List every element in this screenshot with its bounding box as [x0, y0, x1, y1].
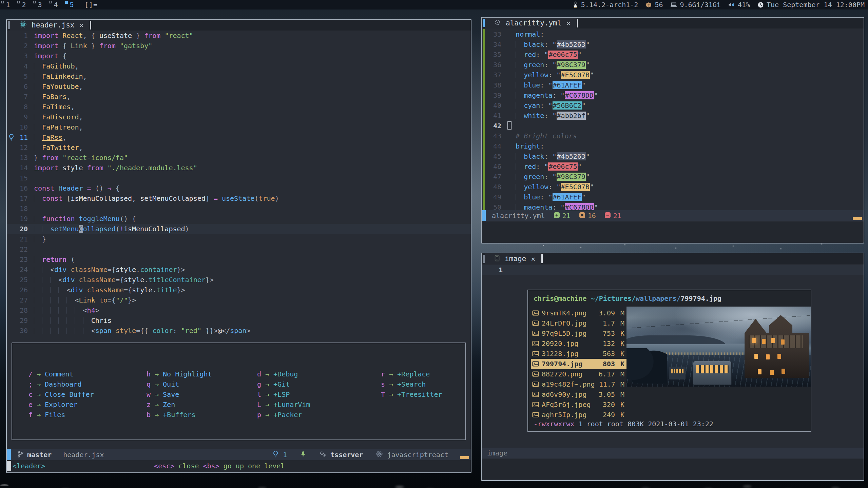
file-row-97q9L5D.jpg[interactable]: 97q9L5D.jpg753K: [531, 328, 626, 338]
label: +Debug: [273, 369, 298, 379]
status-volume: 41%: [728, 1, 750, 9]
code-line-45[interactable]: 45 black: "#4b5263": [482, 151, 864, 161]
tab-header-jsx[interactable]: header.jsx ×: [10, 20, 89, 31]
code-line-33[interactable]: 33 normal:: [482, 29, 864, 39]
file-name: AFq5r6j.jpeg: [542, 401, 594, 409]
workspace-5[interactable]: 5: [64, 0, 80, 9]
treesitter-icon: [300, 450, 306, 459]
file-row-799794.jpg[interactable]: 799794.jpg803K: [531, 359, 626, 369]
workspace-3[interactable]: 3: [32, 0, 48, 9]
code-editor-area[interactable]: 1: [482, 265, 864, 275]
code-line-2[interactable]: 2import { Link } from "gatsby": [7, 41, 471, 51]
code-line-27[interactable]: 27 <Link to={"/"}>: [7, 295, 471, 305]
file-row-24LrDFQ.jpg[interactable]: 24LrDFQ.jpg1.7M: [531, 318, 626, 328]
code-line-8[interactable]: 8 FaTimes,: [7, 102, 471, 112]
code-line-46[interactable]: 46 red: "#e06c75": [482, 161, 864, 172]
code-line-11[interactable]: 11 FaRss,: [7, 132, 471, 142]
code-line-28[interactable]: 28 <h4>: [7, 305, 471, 315]
file-row-a19c482f~.png[interactable]: a19c482f~.png11.7M: [531, 379, 626, 389]
code-line-34[interactable]: 34 black: "#4b5263": [482, 39, 864, 50]
code-line-1[interactable]: 1import React, { useState } from "react": [7, 31, 471, 41]
code-line-18[interactable]: 18: [7, 203, 471, 214]
tab-close-button[interactable]: ×: [531, 255, 535, 263]
whichkey-item-no-highlight: h→No Highlight: [142, 369, 212, 379]
code-line-23[interactable]: 23 return (: [7, 254, 471, 265]
file-size-unit: K: [615, 411, 624, 419]
code-line-29[interactable]: 29 Chris: [7, 315, 471, 326]
code-line-24[interactable]: 24 <div className={style.container}>: [7, 265, 471, 275]
code-line-14[interactable]: 14import style from "./header.module.les…: [7, 163, 471, 173]
code-editor-area[interactable]: 33 normal:34 black: "#4b5263"35 red: "#e…: [482, 29, 864, 212]
code-editor-area[interactable]: 1import React, { useState } from "react"…: [7, 31, 471, 336]
code-line-4[interactable]: 4 FaGithub,: [7, 61, 471, 71]
command-line[interactable]: <leader> <esc> close <bs> go up one leve…: [7, 460, 471, 472]
code-line-38[interactable]: 38 blue: "#61AFEF": [482, 80, 864, 90]
code-line-5[interactable]: 5 FaLinkedin,: [7, 71, 471, 81]
code-line-42[interactable]: 42: [482, 121, 864, 131]
label: Explorer: [45, 399, 77, 410]
tab-close-button[interactable]: ×: [79, 21, 83, 30]
code-line-43[interactable]: 43 # Bright colors: [482, 131, 864, 141]
bulb-icon[interactable]: [7, 132, 16, 142]
line-number: 1: [490, 265, 503, 275]
code-line-20[interactable]: 20 setMenuCollapsed(!isMenuCollapsed): [7, 224, 471, 234]
code-line-47[interactable]: 47 green: "#98C379": [482, 172, 864, 182]
code-line-7[interactable]: 7 FaBars,: [7, 92, 471, 102]
tab-alacritty-yml[interactable]: alacritty.yml ×: [485, 18, 576, 28]
code-line-3[interactable]: 3import {: [7, 51, 471, 61]
whichkey-popup: /→Comment;→Dashboardc→Close Buffere→Expl…: [12, 343, 466, 440]
code-line-19[interactable]: 19 function toggleMenu() {: [7, 214, 471, 224]
key: d: [253, 369, 261, 379]
code-line[interactable]: 1: [482, 265, 864, 275]
code-line-37[interactable]: 37 yellow: "#E5C07B": [482, 70, 864, 80]
code-line-12[interactable]: 12 FaTwitter,: [7, 142, 471, 153]
key: f: [24, 410, 33, 420]
key: q: [142, 379, 151, 389]
code-line-13[interactable]: 13} from "react-icons/fa": [7, 153, 471, 163]
tab-image[interactable]: image ×: [485, 253, 541, 264]
workspace-4[interactable]: 4: [48, 0, 64, 9]
code-line-16[interactable]: 16const Header = () ⇒ {: [7, 183, 471, 193]
code-line-22[interactable]: 22: [7, 244, 471, 254]
code-line-9[interactable]: 9 FaDiscord,: [7, 112, 471, 122]
workspace-indicator: [33, 1, 36, 3]
tab-title: alacritty.yml: [506, 19, 561, 27]
file-row-aghr5Ip.jpg[interactable]: aghr5Ip.jpg249K: [531, 410, 626, 420]
code-line-10[interactable]: 10 FaPatreon,: [7, 122, 471, 132]
file-row-9rsmTK4.png[interactable]: 9rsmTK4.png3.09M: [531, 308, 626, 318]
color-chip: #C678DD: [565, 91, 594, 99]
whichkey-item-files: f→Files: [24, 410, 94, 420]
code-line-36[interactable]: 36 green: "#98C379": [482, 60, 864, 70]
file-name: a19c482f~.png: [542, 380, 595, 388]
hint-close: close: [174, 462, 203, 470]
user-host: chris@machine: [534, 294, 587, 302]
code-line-35[interactable]: 35 red: "#e06c75": [482, 50, 864, 60]
workspace-2[interactable]: 2: [16, 0, 32, 9]
file-row-882720.png[interactable]: 882720.png6.17M: [531, 369, 626, 379]
code-line-49[interactable]: 49 blue: "#61AFEF": [482, 192, 864, 202]
code-line-39[interactable]: 39 magenta: "#C678DD": [482, 90, 864, 100]
code-line-48[interactable]: 48 yellow: "#E5C07B": [482, 182, 864, 192]
code-line-41[interactable]: 41 white: "#abb2bf": [482, 111, 864, 121]
file-row-AFq5r6j.jpeg[interactable]: AFq5r6j.jpeg320K: [531, 399, 626, 410]
code-line-44[interactable]: 44 bright:: [482, 141, 864, 151]
code-line-26[interactable]: 26 <div className={style.title}>: [7, 285, 471, 295]
scroll-indicator: [853, 217, 862, 220]
line-number: 5: [16, 71, 28, 81]
diff-changed-icon: [579, 212, 585, 220]
tab-close-button[interactable]: ×: [566, 19, 571, 27]
file-row-20920.jpg[interactable]: 20920.jpg132K: [531, 338, 626, 349]
file-row-31228.jpg[interactable]: 31228.jpg563K: [531, 349, 626, 359]
code-line-6[interactable]: 6 FaYoutube,: [7, 81, 471, 92]
code-line-40[interactable]: 40 cyan: "#56B6C2": [482, 100, 864, 111]
preview-trees: [626, 348, 667, 384]
code-line-17[interactable]: 17 const [isMenuCollapsed, setMenuCollap…: [7, 193, 471, 203]
code-line-30[interactable]: 30 <span style={{ color: "red" }}>@</spa…: [7, 326, 471, 336]
workspace-1[interactable]: 1: [0, 0, 16, 9]
file-size: 11.7: [595, 380, 615, 388]
image-file-icon: [532, 412, 542, 418]
code-line-25[interactable]: 25 <div className={style.titleContainer}…: [7, 275, 471, 285]
code-line-15[interactable]: 15: [7, 173, 471, 183]
code-line-21[interactable]: 21 }: [7, 234, 471, 244]
file-row-ad6v90y.jpg[interactable]: ad6v90y.jpg3.05M: [531, 389, 626, 399]
